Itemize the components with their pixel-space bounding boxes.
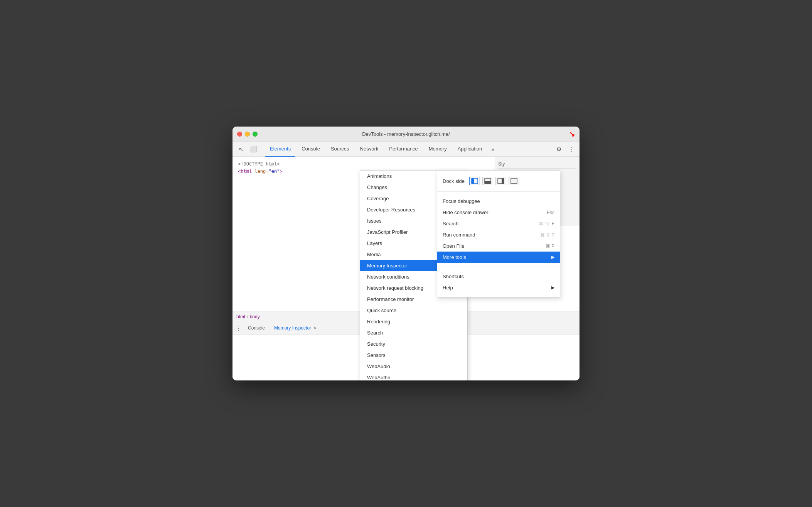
breadcrumb-html[interactable]: html <box>236 314 245 319</box>
lang-value: "en" <box>268 169 280 174</box>
drawer-tab-memory-label: Memory Inspector <box>274 325 311 331</box>
devtools-window: DevTools - memory-inspector.glitch.me/ ↘… <box>232 127 580 380</box>
cursor-icon-button[interactable]: ↖ <box>236 144 246 155</box>
styles-panel: Sty Filte <box>495 157 580 226</box>
drawer-bar: ⋮ Console Memory Inspector × <box>232 322 580 334</box>
tab-sources[interactable]: Sources <box>326 142 354 157</box>
tab-memory[interactable]: Memory <box>424 142 451 157</box>
more-tabs-button[interactable]: » <box>488 145 497 154</box>
drawer-tab-close-button[interactable]: × <box>313 325 316 331</box>
drawer-dots-button[interactable]: ⋮ <box>236 324 242 332</box>
doctype-text: <!DOCTYPE html> <box>238 161 280 167</box>
tab-elements[interactable]: Elements <box>265 142 295 157</box>
devtools-body: <!DOCTYPE html> <html lang="en"> Sty Fil… <box>232 157 580 380</box>
breadcrumb-bar: html › body <box>232 311 580 322</box>
settings-button[interactable]: ⚙ <box>553 144 564 155</box>
minimize-button[interactable] <box>245 132 250 137</box>
panel-area: <!DOCTYPE html> <html lang="en"> Sty Fil… <box>232 157 580 311</box>
toolbar-right: ⚙ ⋮ <box>553 144 576 155</box>
more-options-button[interactable]: ⋮ <box>566 144 576 155</box>
tab-performance[interactable]: Performance <box>384 142 422 157</box>
html-tag-close: > <box>280 169 282 174</box>
devtools-toolbar: ↖ ⬜ Elements Console Sources Network Per… <box>232 142 580 157</box>
window-title: DevTools - memory-inspector.glitch.me/ <box>362 131 450 137</box>
drawer-tab-console[interactable]: Console <box>245 322 268 335</box>
toolbar-separator <box>262 145 262 153</box>
tab-network[interactable]: Network <box>355 142 383 157</box>
lang-attr: lang= <box>254 169 268 174</box>
html-tag: <html <box>238 169 254 174</box>
close-button[interactable] <box>237 132 242 137</box>
maximize-button[interactable] <box>253 132 258 137</box>
filter-label: Filte <box>498 171 576 176</box>
no-op-text: No op <box>399 355 413 360</box>
styles-label: Sty <box>498 161 505 167</box>
drawer-content: No op <box>232 334 580 380</box>
breadcrumb-body[interactable]: body <box>250 314 260 319</box>
drawer-tab-console-label: Console <box>248 325 265 331</box>
drawer-tab-memory-inspector[interactable]: Memory Inspector × <box>271 322 319 335</box>
styles-header: Sty <box>498 160 576 169</box>
responsive-icon-button[interactable]: ⬜ <box>248 144 259 155</box>
arrow-icon: ↘ <box>569 130 575 139</box>
tab-console[interactable]: Console <box>297 142 325 157</box>
title-bar: DevTools - memory-inspector.glitch.me/ ↘ <box>232 127 580 142</box>
breadcrumb-sep: › <box>247 314 248 319</box>
tab-application[interactable]: Application <box>453 142 487 157</box>
traffic-lights <box>237 132 258 137</box>
